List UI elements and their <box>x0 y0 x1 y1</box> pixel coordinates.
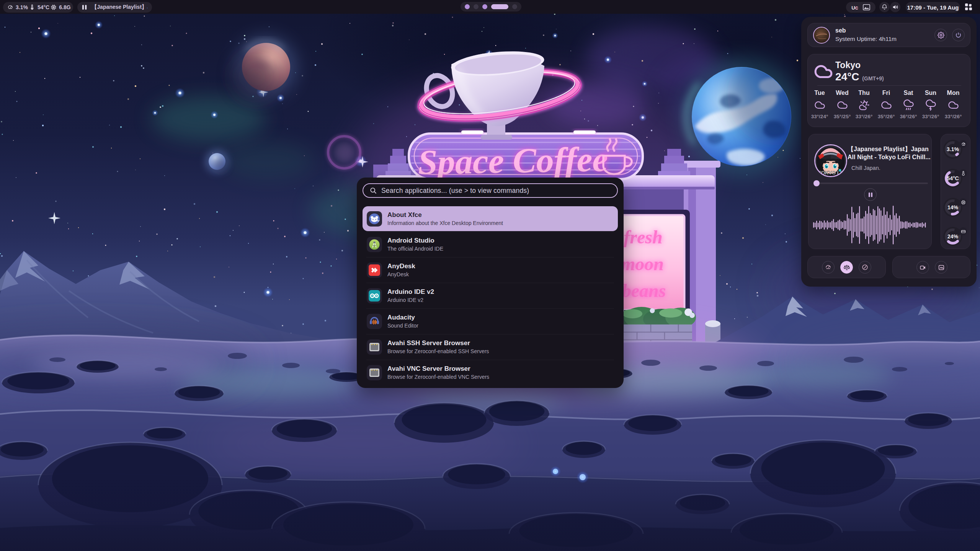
svg-text:54°C: 54°C <box>947 175 959 181</box>
svg-text:3.1%: 3.1% <box>947 146 959 152</box>
svg-text:fresh: fresh <box>624 227 662 247</box>
svg-text:beans: beans <box>622 280 666 301</box>
svg-text:14%: 14% <box>947 204 959 210</box>
svg-text:moon: moon <box>621 254 664 274</box>
svg-text:Space Coffee: Space Coffee <box>418 140 608 182</box>
svg-text:24%: 24% <box>947 233 959 240</box>
